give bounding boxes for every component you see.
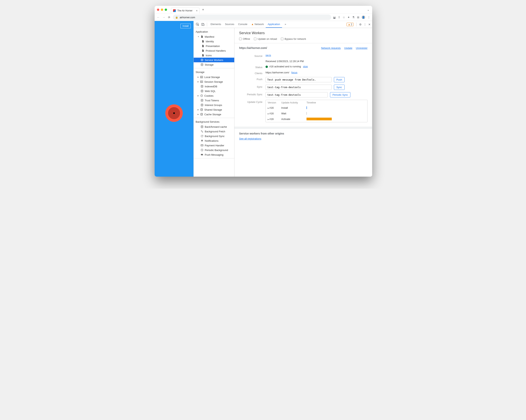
client-url: https://airhorner.com/ (265, 71, 289, 74)
sidebar-item-label: Background Sync (205, 135, 224, 138)
focus-link[interactable]: focus (291, 71, 297, 74)
file-icon (202, 44, 204, 48)
close-devtools-button[interactable]: ✕ (368, 23, 371, 26)
devtools-tab-sources[interactable]: Sources (223, 21, 236, 28)
sidebar-item-web-sql[interactable]: Web SQL (194, 89, 234, 93)
sidebar-item-service-workers[interactable]: Service Workers (194, 58, 234, 62)
sidebar-item-identity[interactable]: Identity (194, 39, 234, 44)
source-file-link[interactable]: sw.js (265, 54, 271, 57)
periodic-sync-input[interactable] (265, 92, 328, 98)
svg-point-24 (201, 126, 203, 126)
sidebar-item-back-forward-cache[interactable]: Back/forward cache (194, 124, 234, 129)
devtools-tab-application[interactable]: Application (266, 21, 282, 28)
unregister-link[interactable]: Unregister (356, 47, 367, 49)
settings-icon[interactable]: ⚙ (359, 23, 362, 26)
sidebar-item-shared-storage[interactable]: ▶Shared Storage (194, 107, 234, 112)
sidebar-heading: Application (194, 29, 234, 34)
sync-button[interactable]: Sync (334, 85, 344, 90)
push-button[interactable]: Push (334, 77, 345, 82)
check-offline[interactable]: Offline (239, 38, 250, 40)
sidebar-item-cache-storage[interactable]: ▶Cache Storage (194, 112, 234, 117)
sidebar-item-storage[interactable]: Storage (194, 62, 234, 67)
install-button[interactable]: Install (181, 24, 191, 28)
url-bar: ← → ⟳ 🔒 airhorner.com ⬓ ⇧ ☆ ✦ ⚗ ⊞ 👤 ⋮ (155, 14, 372, 21)
push-input[interactable] (265, 77, 332, 82)
sidebar-item-label: Payment Handler (205, 144, 224, 147)
cycle-row[interactable]: ▶#16Wait (266, 111, 367, 117)
sidebar-item-icons[interactable]: Icons (194, 53, 234, 58)
bookmark-icon[interactable]: ☆ (343, 16, 345, 19)
profile-avatar-icon[interactable]: 👤 (362, 16, 365, 19)
check-update-on-reload[interactable]: Update on reload (254, 38, 277, 40)
back-button[interactable]: ← (157, 16, 160, 19)
check-label: Offline (243, 38, 250, 40)
expand-icon: ▶ (198, 109, 199, 111)
devtools-tab-console[interactable]: Console (236, 21, 249, 28)
sidebar-item-session-storage[interactable]: ▶Session Storage (194, 79, 234, 84)
devtools-tab-label: Sources (225, 23, 234, 26)
device-toggle-icon[interactable] (201, 23, 205, 26)
warnings-badge[interactable]: ▲ 2 (346, 23, 354, 26)
inspect-icon[interactable] (195, 23, 200, 26)
forward-button[interactable]: → (162, 16, 165, 19)
checkbox-icon (239, 38, 242, 40)
more-tabs-button[interactable]: » (283, 21, 288, 28)
sidebar-item-push-messaging[interactable]: Push Messaging (194, 152, 234, 157)
sidebar-item-cookies[interactable]: ▶Cookies (194, 93, 234, 98)
check-bypass-for-network[interactable]: Bypass for network (281, 38, 306, 40)
svg-rect-2 (203, 24, 204, 26)
sidebar-item-background-fetch[interactable]: Background Fetch (194, 129, 234, 134)
sidebar-item-indexeddb[interactable]: IndexedDB (194, 84, 234, 89)
devtools-menu-button[interactable]: ⋮ (364, 23, 366, 26)
update-link[interactable]: Update (344, 47, 352, 49)
see-all-registrations-link[interactable]: See all registrations (239, 137, 261, 140)
url-text: airhorner.com (180, 16, 195, 19)
minimize-window-button[interactable] (161, 9, 163, 11)
cycle-header-activity: Update Activity (281, 101, 304, 104)
devtools-tabbar: ElementsSourcesConsole▲NetworkApplicatio… (194, 21, 372, 28)
sidebar-item-label: Shared Storage (204, 108, 222, 111)
sidebar-item-interest-groups[interactable]: Interest Groups (194, 103, 234, 107)
airhorn-button[interactable] (165, 104, 183, 122)
omnibox[interactable]: 🔒 airhorner.com (173, 15, 331, 20)
devtools-tab-network[interactable]: ▲Network (249, 21, 266, 28)
share-icon[interactable]: ⇧ (338, 16, 340, 19)
sidebar-item-trust-tokens[interactable]: Trust Tokens (194, 98, 234, 103)
sidebar-item-background-sync[interactable]: Background Sync (194, 134, 234, 138)
browser-tab[interactable]: The Air Horner × (171, 8, 200, 13)
network-requests-link[interactable]: Network requests (321, 47, 341, 49)
svg-point-16 (201, 95, 203, 97)
sidebar-item-manifest[interactable]: ▼Manifest (194, 34, 234, 39)
sidebar-item-protocol-handlers[interactable]: Protocol Handlers (194, 48, 234, 53)
new-tab-button[interactable]: + (202, 8, 204, 12)
devtools: ElementsSourcesConsole▲NetworkApplicatio… (193, 21, 372, 177)
expand-icon: ▶ (198, 95, 199, 97)
tabs-dropdown-button[interactable]: ⌄ (367, 8, 369, 11)
close-window-button[interactable] (157, 9, 159, 11)
gear-icon (201, 59, 203, 61)
svg-point-14 (201, 85, 203, 86)
maximize-window-button[interactable] (165, 9, 167, 11)
downloads-icon[interactable]: ⊞ (357, 16, 359, 19)
sidebar-item-local-storage[interactable]: ▶Local Storage (194, 75, 234, 79)
extensions-icon[interactable]: ✦ (347, 16, 350, 19)
chrome-menu-button[interactable]: ⋮ (367, 16, 370, 19)
cycle-row[interactable]: ▶#16Install (266, 105, 367, 111)
tab-close-button[interactable]: × (196, 9, 198, 12)
stop-link[interactable]: stop (303, 65, 308, 68)
application-sidebar: Application▼ManifestIdentityPresentation… (194, 28, 234, 177)
sync-input[interactable] (265, 85, 332, 90)
db-icon (201, 125, 203, 128)
sidebar-item-presentation[interactable]: Presentation (194, 44, 234, 48)
install-pwa-icon[interactable]: ⬓ (333, 16, 336, 19)
devtools-tab-elements[interactable]: Elements (209, 21, 223, 28)
sidebar-item-notifications[interactable]: Notifications (194, 138, 234, 143)
devtools-body: Application▼ManifestIdentityPresentation… (194, 28, 372, 177)
sidebar-item-periodic-background[interactable]: Periodic Background (194, 148, 234, 152)
cycle-row[interactable]: ▶#16Activate (266, 117, 367, 122)
labs-icon[interactable]: ⚗ (352, 16, 355, 19)
svg-point-18 (202, 95, 202, 96)
reload-button[interactable]: ⟳ (167, 16, 171, 19)
periodic-sync-button[interactable]: Periodic Sync (330, 92, 350, 98)
sidebar-item-payment-handler[interactable]: Payment Handler (194, 143, 234, 148)
